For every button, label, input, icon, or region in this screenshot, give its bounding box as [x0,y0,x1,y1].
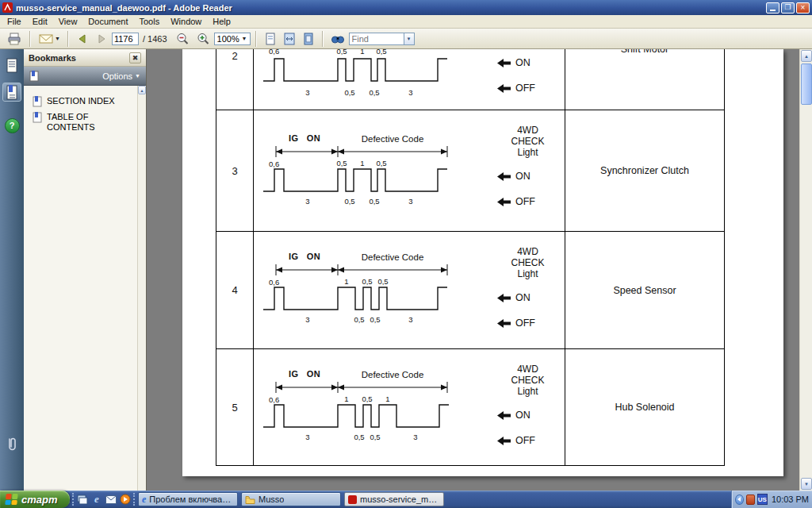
component-cell: Synchronizer Clutch [565,110,724,231]
forward-arrow-icon [95,33,108,45]
quick-launch-media-player[interactable] [119,493,132,506]
printer-icon [6,32,22,46]
svg-text:3: 3 [408,315,412,324]
media-player-icon [120,494,131,505]
next-page-button[interactable] [93,29,110,48]
svg-text:3: 3 [408,197,412,206]
svg-text:1: 1 [385,394,389,403]
zoom-out-button[interactable] [173,29,192,48]
left-arrow-icon [497,294,511,302]
email-button[interactable]: ▼ [36,29,63,48]
scrollbar-thumb[interactable] [801,64,812,105]
on-indicator: ON [497,57,530,68]
page-fit-icon [302,32,315,46]
pages-tab[interactable] [2,56,21,75]
taskbar-item-problem-window[interactable]: e Проблем включване... [138,492,238,506]
quick-launch-internet-explorer[interactable]: e [90,493,103,506]
waveform-cell: IG ON Defective Code 0,6 1 0,5 0,5 [253,232,565,348]
find-dropdown-caret[interactable]: ▼ [404,33,415,45]
toolbar-separator [322,31,324,47]
menu-tools[interactable]: Tools [134,15,166,28]
svg-text:IG ON: IG ON [289,133,320,143]
bookmarks-icon [6,85,18,100]
taskbar-item-musso-folder[interactable]: Musso [241,492,341,506]
zoom-in-button[interactable] [193,29,213,48]
menu-window[interactable]: Window [165,15,207,28]
panel-close-button[interactable]: ✖ [129,52,141,64]
pdf-page: 2 0,6 0,5 1 0,5 3 0,5 0,5 3 [182,49,783,476]
page-number-input[interactable] [112,33,139,45]
svg-text:0,6: 0,6 [269,395,279,404]
zoom-level-select[interactable]: 100% ▼ [214,33,251,45]
taskbar-item-adobe-reader[interactable]: musso-service_manu... [344,492,444,506]
find-button[interactable] [328,29,347,48]
page-total-label: / 1463 [143,34,167,44]
menu-help[interactable]: Help [207,15,236,28]
svg-text:0,5: 0,5 [370,315,380,324]
start-button[interactable]: старт [0,491,70,508]
close-button[interactable]: × [796,2,810,13]
panel-scroll-up-arrow[interactable]: ▲ [138,86,146,94]
language-indicator[interactable]: US [757,494,768,505]
svg-text:3: 3 [305,88,309,97]
how-to-tab[interactable]: ? [2,116,21,135]
fit-width-button[interactable] [281,29,298,48]
actual-size-button[interactable] [262,29,279,48]
bookmark-item-table-of-contents[interactable]: TABLE OF CONTENTS [24,110,146,135]
scroll-up-arrow[interactable]: ▲ [801,50,812,62]
minimize-button[interactable] [766,2,779,13]
options-menu-button[interactable]: Options ▼ [102,71,140,81]
check-light-column: 4WD CHECK Light ON OFF [491,232,565,348]
menu-document[interactable]: Document [82,15,133,28]
svg-text:1: 1 [360,49,364,56]
svg-text:0,5: 0,5 [362,277,372,286]
off-indicator: OFF [497,83,535,94]
bookmark-item-section-index[interactable]: SECTION INDEX [24,94,146,110]
scroll-down-arrow[interactable]: ▼ [801,478,812,490]
print-button[interactable] [4,29,25,48]
svg-text:1: 1 [344,394,348,403]
help-icon: ? [5,118,20,133]
svg-text:3: 3 [305,197,309,206]
hide-tray-icons-button[interactable] [735,495,744,505]
toolbar-separator [255,31,257,47]
panel-scrollbar[interactable]: ▲ [137,86,146,491]
bookmarks-panel-header: Bookmarks ✖ [24,49,146,67]
bookmark-icon [33,96,42,107]
quick-launch-mail[interactable] [105,493,117,506]
menubar: File Edit View Document Tools Window Hel… [0,15,812,29]
dropdown-caret-icon: ▼ [135,73,140,79]
maximize-button[interactable]: ❐ [781,2,795,13]
taskbar: старт e e Проблем включва [0,491,812,508]
svg-text:0,5: 0,5 [336,49,347,56]
waveform-diagram: 0,6 0,5 1 0,5 3 0,5 0,5 3 [260,49,498,102]
left-arrow-icon [497,84,511,93]
menu-file[interactable]: File [2,15,27,28]
code-number-cell: 2 [216,49,253,110]
adobe-reader-icon [348,495,357,504]
taskbar-grip[interactable] [133,493,137,506]
svg-text:0,5: 0,5 [344,197,354,206]
attachments-tab[interactable] [2,435,21,454]
previous-page-button[interactable] [74,29,91,48]
bookmarks-tab[interactable] [2,83,21,102]
waveform-diagram: IG ON Defective Code 0,6 1 0,5 0,5 [260,249,498,329]
system-tray: US 10:03 PM [731,491,812,508]
fit-page-button[interactable] [300,29,317,48]
component-cell: Hub Solenoid [565,349,724,465]
menu-edit[interactable]: Edit [27,15,53,28]
menu-view[interactable]: View [53,15,83,28]
tray-status-icon[interactable] [746,495,755,505]
svg-text:Defective Code: Defective Code [362,370,424,379]
quick-launch-show-desktop[interactable] [76,493,89,506]
code-number-cell: 3 [216,110,253,231]
find-input[interactable] [349,33,404,45]
zoom-out-icon [175,32,190,46]
bookmarks-options-bar: Options ▼ [24,67,146,86]
svg-text:Defective Code: Defective Code [362,134,424,144]
vertical-scrollbar[interactable]: ▲ ▼ [799,49,812,491]
table-row-code-2: 2 0,6 0,5 1 0,5 3 0,5 0,5 3 [216,49,724,110]
pages-icon [6,58,18,73]
navigation-tab-strip: ? [0,49,24,491]
window-title: musso-service_manual_daewoo.pdf - Adobe … [16,3,766,13]
